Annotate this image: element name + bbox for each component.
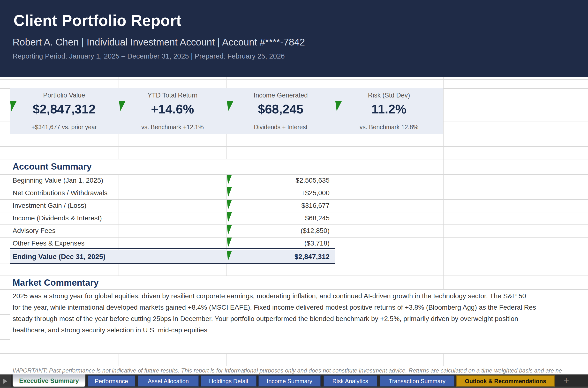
kpi-label: YTD Total Return (119, 92, 226, 99)
page-title: Client Portfolio Report (14, 12, 181, 29)
gridline-horizontal (0, 146, 588, 147)
tab-performance[interactable]: Performance (88, 375, 135, 387)
summary-row-value: $316,677 (226, 199, 332, 212)
gridline-horizontal (0, 134, 588, 134)
kpi-value: +14.6% (119, 102, 226, 116)
gridline-horizontal (0, 340, 10, 340)
summary-row-label: Other Fees & Expenses (13, 237, 206, 250)
summary-row-label: Net Contributions / Withdrawals (13, 187, 206, 199)
kpi-sublabel: Dividends + Interest (226, 124, 335, 131)
tab-bar-divider (580, 376, 580, 386)
commentary-line: healthcare, and strong security selectio… (13, 326, 588, 334)
sheet-tab-bar: Executive Summary Performance Asset Allo… (0, 374, 588, 388)
summary-row-value: +$25,000 (226, 187, 332, 199)
account-summary-title: Account Summary (13, 162, 92, 172)
gridline-horizontal (0, 302, 10, 302)
kpi-value: 11.2% (335, 102, 443, 116)
tab-risk-analytics[interactable]: Risk Analytics (323, 375, 377, 387)
gridline-horizontal (0, 79, 588, 80)
summary-row-value: $68,245 (226, 212, 332, 224)
summary-row-value: ($3,718) (226, 237, 332, 250)
kpi-label: Risk (Std Dev) (335, 92, 443, 99)
summary-row-value: $2,505,635 (226, 174, 332, 187)
market-commentary-title: Market Commentary (13, 278, 99, 288)
summary-row-value: ($12,850) (226, 224, 332, 237)
kpi-sublabel: vs. Benchmark 12.8% (335, 124, 443, 131)
gridline-horizontal (0, 263, 10, 264)
client-subtitle: Robert A. Chen | Individual Investment A… (13, 37, 305, 48)
kpi-sublabel: +$341,677 vs. prior year (10, 124, 119, 131)
kpi-card-risk: Risk (Std Dev) 11.2% vs. Benchmark 12.8% (335, 88, 443, 134)
total-row-value: $2,847,312 (226, 250, 332, 263)
kpi-value: $2,847,312 (10, 102, 119, 116)
kpi-label: Portfolio Value (10, 92, 119, 99)
gridline-horizontal (0, 314, 10, 315)
commentary-line: for the year, while international develo… (13, 304, 588, 311)
gridline-horizontal (0, 327, 10, 327)
tab-executive-summary[interactable]: Executive Summary (13, 374, 85, 387)
summary-row-label: Investment Gain / (Loss) (13, 199, 206, 212)
kpi-sublabel: vs. Benchmark +12.1% (119, 124, 226, 131)
gridline-horizontal (0, 250, 10, 250)
kpi-card-portfolio-value: Portfolio Value $2,847,312 +$341,677 vs.… (10, 88, 119, 134)
commentary-line: steady through most of the year before c… (13, 315, 588, 323)
kpi-label: Income Generated (226, 92, 335, 99)
window-bottom-edge (0, 387, 588, 388)
total-row-double-border (10, 248, 335, 250)
summary-row-label: Advisory Fees (13, 224, 206, 237)
kpi-value: $68,245 (226, 102, 335, 116)
total-row-label: Ending Value (Dec 31, 2025) (13, 250, 105, 263)
tab-transaction-summary[interactable]: Transaction Summary (380, 375, 454, 387)
disclaimer-text: IMPORTANT: Past performance is not indic… (13, 367, 588, 374)
total-row-bottom-border (10, 263, 335, 264)
commentary-line: 2025 was a strong year for global equiti… (13, 292, 588, 300)
tab-income-summary[interactable]: Income Summary (258, 375, 321, 387)
kpi-card-ytd-return: YTD Total Return +14.6% vs. Benchmark +1… (119, 88, 226, 134)
reporting-period: Reporting Period: January 1, 2025 – Dece… (13, 52, 285, 60)
kpi-card-income: Income Generated $68,245 Dividends + Int… (226, 88, 335, 134)
gridline-horizontal (0, 366, 588, 366)
sheet-nav-button[interactable] (0, 374, 11, 388)
tab-asset-allocation[interactable]: Asset Allocation (138, 375, 199, 387)
sheet-nav-right-icon (3, 379, 7, 384)
summary-row-label: Beginning Value (Jan 1, 2025) (13, 174, 206, 187)
report-header: Client Portfolio Report Robert A. Chen |… (0, 0, 588, 77)
gridline-horizontal (0, 353, 588, 354)
add-sheet-button[interactable]: + (560, 374, 573, 388)
summary-row-label: Income (Dividends & Interest) (13, 212, 206, 224)
tab-holdings-detail[interactable]: Holdings Detail (201, 375, 256, 387)
tab-outlook-recommendations[interactable]: Outlook & Recommendations (456, 375, 555, 387)
